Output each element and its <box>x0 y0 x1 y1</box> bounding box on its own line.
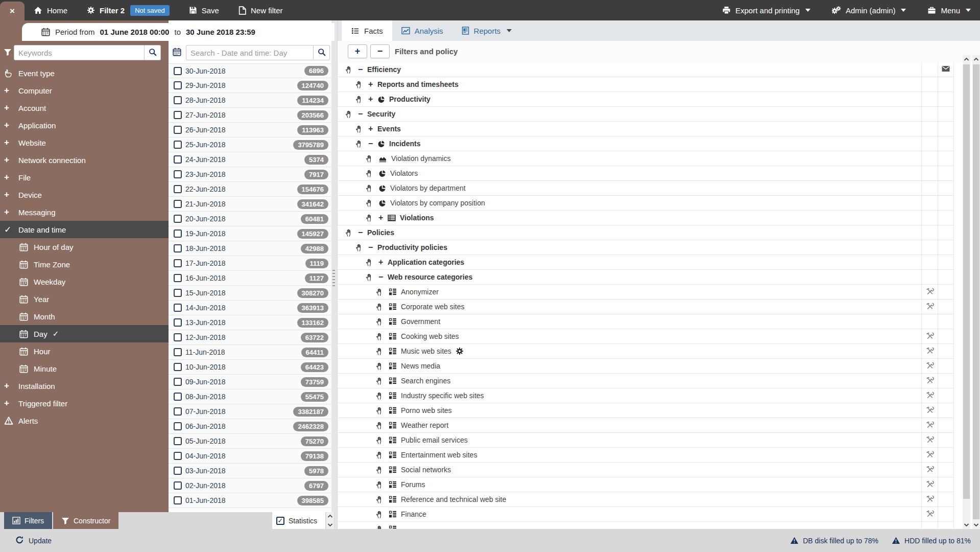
sidebar-item-date-and-time[interactable]: ✓Date and time <box>0 221 169 238</box>
tools-icon[interactable] <box>926 347 934 356</box>
tree-row-forums[interactable]: Forums <box>338 477 954 492</box>
sidebar-item-time-zone[interactable]: Time Zone <box>0 256 169 273</box>
tree-row-weather-report[interactable]: Weather report <box>338 418 954 433</box>
sidebar-item-event-type[interactable]: Event type <box>0 64 169 82</box>
table-row-date[interactable]: 01-Jun-2018398585 <box>169 493 331 508</box>
collapse-icon[interactable]: − <box>368 243 377 252</box>
drag-handle-icon[interactable] <box>375 406 384 415</box>
tab-analysis[interactable]: Analysis <box>392 20 452 41</box>
date-checkbox[interactable] <box>174 467 182 475</box>
table-row-date[interactable]: 09-Jun-201873759 <box>169 375 331 389</box>
table-row-date[interactable]: 30-Jun-20186896 <box>169 63 331 78</box>
drag-handle-icon[interactable] <box>365 169 373 178</box>
tree-cell-tools[interactable] <box>921 285 938 299</box>
table-row-date[interactable]: 20-Jun-201860481 <box>169 212 331 226</box>
tree-cell-tools[interactable] <box>921 388 938 403</box>
sidebar-item-file[interactable]: +File <box>0 169 169 186</box>
sidebar-item-minute[interactable]: Minute <box>0 360 169 377</box>
tree-row-violations[interactable]: +Violations <box>338 211 954 225</box>
tree-cell-tools[interactable] <box>921 374 938 388</box>
tools-icon[interactable] <box>926 361 934 371</box>
sidebar-item-hour-of-day[interactable]: Hour of day <box>0 238 169 256</box>
tree-row-productivity[interactable]: +Productivity <box>338 92 954 107</box>
date-checkbox[interactable] <box>174 481 182 490</box>
tree-row-reference-and-technical-web-site[interactable]: Reference and technical web site <box>338 492 954 507</box>
collapse-icon[interactable]: − <box>358 109 367 119</box>
tree-row-application-categories[interactable]: +Application categories <box>338 255 954 270</box>
tree-row-corporate-web-sites[interactable]: Corporate web sites <box>338 300 954 314</box>
tree-cell-tools[interactable] <box>921 344 938 358</box>
expand-icon[interactable]: + <box>4 190 15 200</box>
tree-row-news-media[interactable]: News media <box>338 359 954 374</box>
scroll-down-icon[interactable] <box>963 521 970 529</box>
table-row-date[interactable]: 13-Jun-2018133162 <box>169 315 331 330</box>
tree-row-violation-dynamics[interactable]: Violation dynamics <box>338 151 954 166</box>
date-checkbox[interactable] <box>174 333 182 341</box>
drag-handle-icon[interactable] <box>375 436 384 445</box>
page-scrollbar[interactable] <box>972 55 980 529</box>
table-row-date[interactable]: 16-Jun-20181127 <box>169 271 331 286</box>
keywords-search-button[interactable] <box>145 45 161 60</box>
tools-icon[interactable] <box>926 302 934 312</box>
expand-icon[interactable]: + <box>4 103 15 113</box>
table-row-date[interactable]: 05-Jun-201875270 <box>169 434 331 449</box>
drag-handle-icon[interactable] <box>375 480 384 489</box>
drag-handle-icon[interactable] <box>355 243 363 252</box>
tree-cell-tools[interactable] <box>921 433 938 447</box>
table-row-date[interactable]: 21-Jun-2018341642 <box>169 197 331 212</box>
bottom-tab-constructor[interactable]: Constructor <box>53 512 118 529</box>
table-row-date[interactable]: 27-Jun-2018203566 <box>169 108 331 123</box>
tree-cell-tools[interactable] <box>921 507 938 521</box>
expand-icon[interactable]: + <box>4 137 15 148</box>
expand-icon[interactable]: + <box>4 381 15 391</box>
expand-icon[interactable]: + <box>368 80 377 89</box>
expand-icon[interactable]: + <box>4 207 15 217</box>
date-checkbox[interactable] <box>174 452 182 460</box>
drag-handle-icon[interactable] <box>365 258 373 267</box>
date-checkbox[interactable] <box>174 407 182 416</box>
drag-handle-icon[interactable] <box>375 317 384 326</box>
drag-handle-icon[interactable] <box>375 347 384 356</box>
date-search-input[interactable] <box>186 45 314 60</box>
table-row-date[interactable]: 29-Jun-2018124740 <box>169 78 331 93</box>
table-row-date[interactable]: 26-Jun-2018113963 <box>169 123 331 137</box>
table-row-date[interactable]: 28-Jun-2018114234 <box>169 93 331 108</box>
table-row-date[interactable]: 02-Jun-20186797 <box>169 478 331 493</box>
topbar-item-new-filter[interactable]: New filter <box>238 6 283 15</box>
tree-scrollbar[interactable] <box>963 55 970 529</box>
tree-row-cooking-web-sites[interactable]: Cooking web sites <box>338 329 954 344</box>
tree-row-anonymizer[interactable]: Anonymizer <box>338 285 954 300</box>
table-row-date[interactable]: 12-Jun-201863722 <box>169 330 331 345</box>
drag-handle-icon[interactable] <box>345 228 353 237</box>
scrollbar-thumb[interactable] <box>973 64 979 519</box>
bottom-tab-filters[interactable]: Filters <box>4 512 52 529</box>
drag-handle-icon[interactable] <box>375 362 384 371</box>
collapse-icon[interactable]: − <box>358 65 367 74</box>
drag-handle-icon[interactable] <box>345 65 353 74</box>
scroll-up-icon[interactable] <box>963 55 970 63</box>
tools-icon[interactable] <box>926 495 934 504</box>
drag-handle-icon[interactable] <box>375 466 384 474</box>
topbar-item-menu[interactable]: Menu <box>927 6 971 15</box>
table-row-date[interactable]: 24-Jun-20185374 <box>169 152 331 167</box>
date-checkbox[interactable] <box>174 81 182 89</box>
drag-handle-icon[interactable] <box>375 421 384 430</box>
sidebar-item-messaging[interactable]: +Messaging <box>0 203 169 221</box>
period-bar[interactable]: Period from 01 June 2018 00:00 to 30 Jun… <box>22 23 334 41</box>
tree-row-security[interactable]: −Security <box>338 107 954 122</box>
sidebar-item-year[interactable]: Year <box>0 290 169 308</box>
sidebar-item-hour[interactable]: Hour <box>0 342 169 360</box>
collapse-icon[interactable]: − <box>378 272 388 282</box>
sidebar-item-network-connection[interactable]: +Network connection <box>0 151 169 169</box>
drag-handle-icon[interactable] <box>355 125 363 133</box>
table-row-date[interactable]: 07-Jun-20183382187 <box>169 404 331 419</box>
table-row-date[interactable]: 06-Jun-20182462328 <box>169 419 331 434</box>
date-checkbox[interactable] <box>174 96 182 104</box>
tree-row-social-networks[interactable]: Social networks <box>338 463 954 477</box>
sidebar-item-weekday[interactable]: Weekday <box>0 273 169 290</box>
drag-handle-icon[interactable] <box>365 154 373 163</box>
table-row-date[interactable]: 10-Jun-201864423 <box>169 360 331 375</box>
tree-row-violators-by-department[interactable]: Violators by department <box>338 181 954 196</box>
date-checkbox[interactable] <box>174 215 182 223</box>
date-checkbox[interactable] <box>174 274 182 282</box>
